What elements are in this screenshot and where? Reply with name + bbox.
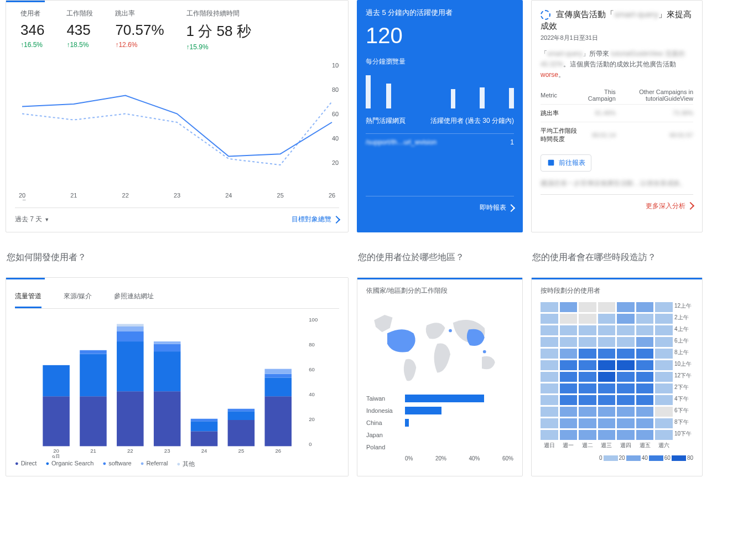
heatmap-cell[interactable] bbox=[598, 430, 616, 440]
heatmap-cell[interactable] bbox=[636, 418, 654, 428]
heatmap-cell[interactable] bbox=[655, 395, 673, 405]
go-to-report-button[interactable]: 前往報表 bbox=[541, 154, 591, 172]
heatmap-cell[interactable] bbox=[655, 314, 673, 324]
heatmap-cell[interactable] bbox=[617, 325, 635, 335]
heatmap-cell[interactable] bbox=[636, 395, 654, 405]
legend-item[interactable]: 其他 bbox=[177, 460, 195, 468]
heatmap-cell[interactable] bbox=[579, 325, 596, 335]
heatmap-cell[interactable] bbox=[655, 372, 673, 382]
heatmap-cell[interactable] bbox=[598, 302, 616, 312]
heatmap-cell[interactable] bbox=[541, 418, 558, 428]
heatmap-cell[interactable] bbox=[636, 430, 654, 440]
heatmap-cell[interactable] bbox=[560, 314, 578, 324]
metric-block[interactable]: 使用者 346 16.5% bbox=[20, 9, 44, 51]
heatmap-cell[interactable] bbox=[617, 314, 635, 324]
heatmap-cell[interactable] bbox=[636, 314, 654, 324]
heatmap-cell[interactable] bbox=[579, 372, 596, 382]
heatmap-cell[interactable] bbox=[598, 418, 616, 428]
date-range-dropdown[interactable]: 過去 7 天 bbox=[15, 215, 49, 224]
top-page-path[interactable]: /support/th…url_wvision bbox=[366, 138, 437, 146]
heatmap-cell[interactable] bbox=[541, 314, 558, 324]
heatmap-cell[interactable] bbox=[560, 418, 578, 428]
heatmap-cell[interactable] bbox=[579, 383, 596, 393]
heatmap-cell[interactable] bbox=[655, 407, 673, 417]
heatmap-cell[interactable] bbox=[541, 302, 558, 312]
heatmap-cell[interactable] bbox=[617, 360, 635, 370]
heatmap-cell[interactable] bbox=[541, 372, 558, 382]
heatmap-cell[interactable] bbox=[617, 349, 635, 359]
heatmap-cell[interactable] bbox=[579, 314, 596, 324]
audience-overview-link[interactable]: 目標對象總覽 bbox=[292, 215, 339, 224]
heatmap-cell[interactable] bbox=[636, 349, 654, 359]
heatmap-cell[interactable] bbox=[598, 395, 616, 405]
heatmap-cell[interactable] bbox=[617, 395, 635, 405]
heatmap-cell[interactable] bbox=[541, 383, 558, 393]
country-row[interactable]: Poland bbox=[366, 441, 513, 453]
acq-tab[interactable]: 流量管道 bbox=[15, 286, 41, 308]
heatmap-cell[interactable] bbox=[560, 430, 578, 440]
heatmap-cell[interactable] bbox=[655, 325, 673, 335]
heatmap-cell[interactable] bbox=[560, 372, 578, 382]
heatmap-cell[interactable] bbox=[636, 372, 654, 382]
heatmap-cell[interactable] bbox=[655, 302, 673, 312]
country-row[interactable]: Taiwan bbox=[366, 392, 513, 405]
legend-item[interactable]: software bbox=[102, 460, 131, 468]
legend-item[interactable]: Organic Search bbox=[45, 460, 93, 468]
heatmap-cell[interactable] bbox=[655, 418, 673, 428]
country-row[interactable]: Japan bbox=[366, 429, 513, 441]
heatmap-cell[interactable] bbox=[579, 360, 596, 370]
heatmap-cell[interactable] bbox=[579, 302, 596, 312]
heatmap-cell[interactable] bbox=[541, 349, 558, 359]
heatmap-cell[interactable] bbox=[636, 302, 654, 312]
heatmap-cell[interactable] bbox=[560, 302, 578, 312]
worse-link[interactable]: worse bbox=[541, 71, 558, 79]
heatmap-cell[interactable] bbox=[560, 360, 578, 370]
heatmap-cell[interactable] bbox=[636, 407, 654, 417]
heatmap-cell[interactable] bbox=[579, 407, 596, 417]
acq-tab[interactable]: 來源/媒介 bbox=[64, 286, 92, 308]
acq-tab[interactable]: 參照連結網址 bbox=[114, 286, 154, 308]
heatmap-cell[interactable] bbox=[541, 395, 558, 405]
heatmap-cell[interactable] bbox=[636, 325, 654, 335]
heatmap-cell[interactable] bbox=[617, 418, 635, 428]
heatmap-cell[interactable] bbox=[598, 360, 616, 370]
heatmap-cell[interactable] bbox=[636, 360, 654, 370]
heatmap-cell[interactable] bbox=[560, 337, 578, 347]
heatmap-cell[interactable] bbox=[598, 337, 616, 347]
metric-block[interactable]: 工作階段持續時間 1 分 58 秒 15.9% bbox=[186, 9, 251, 51]
heatmap-cell[interactable] bbox=[598, 372, 616, 382]
metric-block[interactable]: 跳出率 70.57% 12.6% bbox=[115, 9, 164, 51]
heatmap-cell[interactable] bbox=[579, 337, 596, 347]
heatmap-cell[interactable] bbox=[617, 372, 635, 382]
heatmap-cell[interactable] bbox=[579, 430, 596, 440]
heatmap-cell[interactable] bbox=[560, 407, 578, 417]
heatmap-cell[interactable] bbox=[617, 337, 635, 347]
country-row[interactable]: Indonesia bbox=[366, 405, 513, 417]
heatmap-cell[interactable] bbox=[598, 325, 616, 335]
heatmap-cell[interactable] bbox=[579, 349, 596, 359]
heatmap-cell[interactable] bbox=[655, 430, 673, 440]
heatmap-cell[interactable] bbox=[598, 314, 616, 324]
heatmap-cell[interactable] bbox=[560, 383, 578, 393]
heatmap-cell[interactable] bbox=[655, 383, 673, 393]
heatmap-cell[interactable] bbox=[598, 407, 616, 417]
heatmap-cell[interactable] bbox=[541, 407, 558, 417]
legend-item[interactable]: Referral bbox=[141, 460, 168, 468]
heatmap-cell[interactable] bbox=[598, 383, 616, 393]
country-row[interactable]: China bbox=[366, 417, 513, 429]
realtime-report-link[interactable]: 即時報表 bbox=[480, 203, 514, 212]
heatmap-cell[interactable] bbox=[598, 349, 616, 359]
heatmap-cell[interactable] bbox=[560, 325, 578, 335]
heatmap-cell[interactable] bbox=[655, 349, 673, 359]
heatmap-cell[interactable] bbox=[579, 395, 596, 405]
heatmap-cell[interactable] bbox=[617, 302, 635, 312]
heatmap-cell[interactable] bbox=[617, 383, 635, 393]
heatmap-cell[interactable] bbox=[617, 407, 635, 417]
heatmap-cell[interactable] bbox=[579, 418, 596, 428]
more-insights-link[interactable]: 更多深入分析 bbox=[646, 201, 693, 211]
heatmap-cell[interactable] bbox=[541, 360, 558, 370]
metric-block[interactable]: 工作階段 435 18.5% bbox=[66, 9, 93, 51]
legend-item[interactable]: Direct bbox=[15, 460, 37, 468]
heatmap-cell[interactable] bbox=[560, 395, 578, 405]
heatmap-cell[interactable] bbox=[617, 430, 635, 440]
